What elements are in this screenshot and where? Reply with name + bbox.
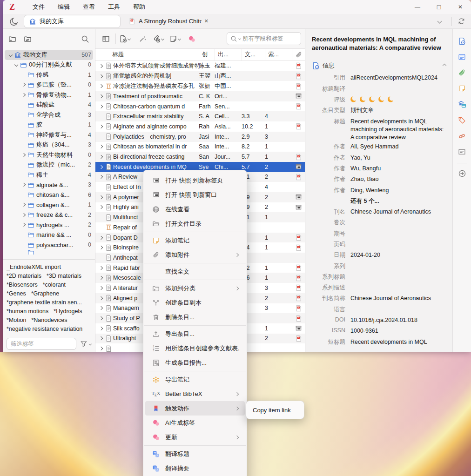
chevron-right-icon[interactable] [21,93,25,97]
collection-row[interactable]: 微流控（mic...2 [3,160,95,170]
chevron-right-icon[interactable] [99,306,103,310]
menu-帮助[interactable]: 帮助 [127,1,152,13]
field-value[interactable] [350,228,446,230]
sidenav-paperclip-green-icon[interactable] [456,66,469,79]
chevron-down-icon[interactable] [14,63,18,67]
chevron-right-icon[interactable] [99,64,103,68]
funnel-icon[interactable] [80,340,87,348]
tag[interactable]: *Genes [7,289,26,298]
field-value[interactable]: Recent developments in MQL machining of … [350,116,446,142]
collection-row[interactable]: 传感1 [3,70,95,80]
chevron-right-icon[interactable] [99,205,103,209]
menu-编辑[interactable]: 编辑 [51,1,76,13]
chevron-right-icon[interactable] [99,296,103,300]
context-menu-item[interactable]: 打开 快照 到新标签页 [145,173,245,188]
column-header-title[interactable]: 标题 [95,49,199,60]
close-button[interactable]: ✕ [450,0,471,14]
chevron-right-icon[interactable] [99,326,103,330]
tag[interactable]: *3D materials [47,272,81,281]
chevron-right-icon[interactable] [21,213,25,217]
column-header-index[interactable]: 索... [265,49,292,60]
chevron-right-icon[interactable] [99,145,103,148]
menu-查看[interactable]: 查看 [76,1,101,13]
chevron-right-icon[interactable] [21,223,25,227]
field-value[interactable] [350,304,446,306]
column-header-attachment[interactable] [292,49,305,60]
tag[interactable]: _EndnoteXML import [7,263,61,272]
context-menu-item[interactable]: 查找全文 [145,264,245,279]
chevron-right-icon[interactable] [21,153,25,157]
library-root-row[interactable]: 我的文库507 [5,50,93,60]
context-menu-item[interactable]: 添加附件 [145,248,245,262]
tag[interactable]: *2D materials [7,272,41,281]
field-value[interactable] [350,282,446,284]
collection-row[interactable]: 神经修复与...4 [3,130,95,140]
context-menu-item[interactable]: 添加笔记 [145,233,245,248]
new-note-button[interactable] [169,35,182,43]
field-value[interactable] [350,217,446,219]
chevron-right-icon[interactable] [99,316,103,320]
context-menu-item[interactable]: 打开 快照 到新窗口 [145,188,245,202]
new-collection-icon[interactable] [8,35,16,43]
chevron-right-icon[interactable] [99,84,103,88]
context-menu-item[interactable]: 文A翻译摘要 [145,461,245,476]
sidenav-note-icon[interactable] [456,82,469,95]
moon-rating-icon[interactable] [388,96,394,102]
field-value[interactable]: Ali, Syed Hammad [350,141,446,151]
context-menu-item[interactable]: TEXBetter BibTeX [145,387,245,401]
context-menu-item[interactable]: AI生成标签 [145,416,245,430]
field-value[interactable]: Chinese Journal of Aeronautics [350,207,446,216]
chevron-right-icon[interactable] [99,276,103,280]
ai-plugin-button[interactable] [185,33,198,45]
context-menu-item[interactable]: 创建条目副本 [145,295,245,310]
chevron-right-icon[interactable] [99,286,103,290]
context-menu-item[interactable]: 触发动作 [145,401,245,416]
tag-filter-input[interactable] [7,338,76,350]
tab-document[interactable]: A Strongly Robust Chito ✕ [124,15,213,27]
sync-icon[interactable] [458,17,465,25]
field-value[interactable]: Yao, Yu [350,153,446,162]
sidenav-locate-icon[interactable] [456,167,469,180]
collection-row[interactable]: 骨修复动物...1 [3,90,95,100]
item-row[interactable]: Chitosan-carbon quantum dFarhSen... [95,101,305,112]
collection-row[interactable]: alginate &...3 [3,180,95,190]
field-value[interactable] [350,261,446,262]
tag[interactable]: *negative resistance variation [7,325,82,334]
chevron-right-icon[interactable] [99,104,103,108]
collection-row[interactable]: 多巴胺（暨...0 [3,80,95,90]
field-value[interactable]: 2024-01-20 [350,250,446,259]
context-menu-item[interactable]: 生成条目报告... [145,355,245,370]
chevron-right-icon[interactable] [21,183,25,187]
chevron-right-icon[interactable] [21,203,25,207]
moon-rating-icon[interactable] [378,96,385,102]
tag[interactable]: *Motion [7,316,26,325]
field-value[interactable]: Recent developments in MQL [350,337,446,346]
context-menu-item[interactable]: 更新 [145,430,245,444]
tag[interactable]: *Nanodevices [31,316,67,325]
field-value[interactable]: 10.1016/j.cja.2024.01.018 [350,315,446,324]
moon-rating-icon[interactable] [350,96,357,102]
collection-search-icon[interactable] [81,35,89,43]
tag[interactable]: *colorant [43,281,66,289]
chevron-right-icon[interactable] [99,235,103,239]
item-row[interactable]: Chitosan as biomaterial in drSaaInte...8… [95,142,305,152]
context-menu-item[interactable]: 文A翻译标题 [145,447,245,461]
context-menu-item[interactable]: 导出笔记 [145,372,245,387]
chevron-right-icon[interactable] [99,165,103,168]
chevron-right-icon[interactable] [99,347,103,350]
collection-row[interactable]: 稀土4 [3,170,95,180]
collection-row[interactable]: hydrogels ...2 [3,220,95,230]
sidenav-related-icon[interactable] [456,129,469,142]
context-menu-item[interactable]: 在线查看 [145,202,245,216]
tag[interactable]: *Biosensors [7,281,38,289]
field-value[interactable]: 期刊文章 [350,105,446,114]
column-header-creator[interactable]: 创 [199,49,215,60]
menu-文件[interactable]: 文件 [26,1,51,13]
new-item-button[interactable] [119,35,132,43]
context-menu-item[interactable]: 123用所选条目创建参考文献表... [145,341,245,355]
collection-row[interactable]: 疼痛（304...3 [3,140,95,150]
tag[interactable]: *human motions [7,307,48,316]
collection-row[interactable]: 硅酸盐4 [3,100,95,110]
tag[interactable]: *Hydrogels [54,307,82,316]
chevron-right-icon[interactable] [99,175,103,179]
